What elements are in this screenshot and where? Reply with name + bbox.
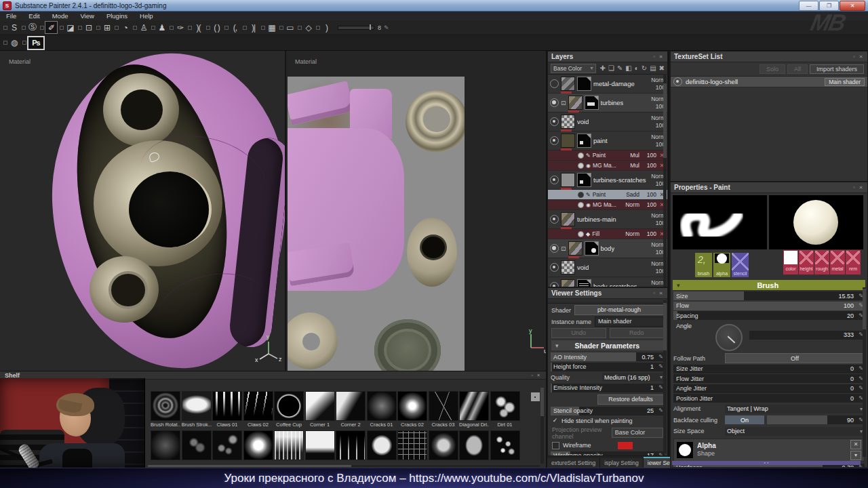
visibility-toggle[interactable]	[550, 263, 559, 272]
param-ao-intensity[interactable]: AO Intensity0.75✎	[551, 352, 665, 361]
tool-expander-icon[interactable]	[78, 26, 82, 30]
shelf-vscrollbar[interactable]	[540, 388, 544, 464]
effect-row-mg-ma-[interactable]: ◉MG Ma...Norm100✕	[548, 200, 667, 210]
layers-scrollbar[interactable]	[663, 74, 667, 287]
tool-expander-icon[interactable]	[243, 26, 247, 30]
checkbox-checked-icon[interactable]: ✓	[552, 418, 558, 424]
visibility-toggle[interactable]	[550, 98, 559, 107]
effect-blend-mode[interactable]: Mul	[622, 162, 639, 169]
param-size[interactable]: Size15.53✎	[673, 291, 865, 300]
param-wireframe-opacity[interactable]: Wireframe opacity17✎	[551, 451, 665, 457]
photoshop-export-button[interactable]: Ps	[22, 35, 45, 51]
tool-expander-icon[interactable]	[224, 26, 229, 30]
effect-blend-mode[interactable]: Sadd	[622, 191, 639, 198]
visibility-toggle[interactable]	[550, 215, 559, 224]
effect-visibility-toggle[interactable]	[578, 192, 584, 198]
panel-window-icons[interactable]: ▫ ×	[653, 290, 664, 296]
viewport-3d[interactable]: Material y x z	[0, 51, 285, 371]
wireframe-color-swatch[interactable]	[618, 442, 633, 449]
param-height-force[interactable]: Height force1✎	[551, 363, 665, 371]
tool-expander-icon[interactable]	[298, 26, 302, 30]
add-effect-icon[interactable]: ✚	[600, 64, 606, 72]
shelf-brush-item[interactable]	[151, 430, 180, 460]
clone-tool[interactable]: ♙	[132, 21, 150, 34]
shelf-brush-dirt-01[interactable]: Dirt 01	[490, 391, 520, 429]
tool-expander-icon[interactable]	[170, 26, 174, 30]
projection-channel-dropdown[interactable]: Base Color	[612, 428, 663, 438]
channel-nrm-button[interactable]: nrm	[846, 250, 861, 274]
brush-section-header[interactable]: ▾ Brush	[673, 280, 865, 290]
shelf-brush-item[interactable]	[429, 430, 458, 460]
shelf-brush-claws-01[interactable]: Claws 01	[212, 391, 242, 429]
checkbox-icon[interactable]	[552, 442, 559, 449]
shelf-brush-cracks-02[interactable]: Cracks 02	[397, 391, 427, 429]
panel-window-icons[interactable]: ▫ ×	[653, 54, 664, 60]
clone-stamp-tool[interactable]: ♟	[151, 21, 168, 34]
material-picker-tool[interactable]: ✑	[169, 21, 186, 34]
channel-metal-button[interactable]: metal	[830, 250, 845, 274]
camera-view-icon[interactable]: ▭	[279, 21, 296, 34]
shelf-brush-corner-2[interactable]: Corner 2	[336, 391, 366, 429]
shelf-brush-brush-rotat-[interactable]: Brush Rotat...	[151, 391, 180, 429]
param-alignment[interactable]: AlignmentTangent | Wrap▾	[673, 404, 865, 414]
tool-expander-icon[interactable]	[22, 41, 26, 45]
shelf-hscrollbar[interactable]	[148, 465, 540, 467]
layer-row-turbines-scratches[interactable]: turbines-scratchesNorm100	[548, 171, 667, 190]
param-stencil-opacity[interactable]: Stencil opacity25✎	[551, 407, 665, 415]
effect-opacity[interactable]: 100	[642, 230, 656, 237]
layer-row-turbines-main[interactable]: turbines-mainNorm100	[548, 210, 667, 229]
properties-hscrollbar[interactable]: ▪ ▪	[672, 461, 861, 465]
effect-row-mg-ma-[interactable]: ◉MG Ma...Mul100✕	[548, 161, 667, 171]
iterate-icon[interactable]: ↻	[642, 64, 647, 72]
add-folder-icon[interactable]: ▤	[650, 64, 656, 72]
visibility-toggle[interactable]	[550, 176, 559, 184]
shelf-brush-diagonal-dri-[interactable]: Diagonal Dri...	[459, 391, 489, 429]
effect-blend-mode[interactable]: Norm	[622, 201, 639, 208]
alpha-mode-button[interactable]: alpha	[713, 253, 730, 277]
shelf-brush-item[interactable]	[336, 430, 366, 460]
param-backface-culling[interactable]: Backface cullingOn90✎	[673, 415, 865, 425]
shelf-brush-cracks-03[interactable]: Cracks 03	[429, 391, 458, 429]
tool-expander-icon[interactable]	[3, 41, 7, 45]
shelf-brush-claws-02[interactable]: Claws 02	[243, 391, 273, 429]
visibility-toggle[interactable]	[550, 244, 559, 253]
textureset-item[interactable]: definitto-logo-shellMain shader	[671, 77, 867, 87]
shelf-brush-coffee-cup[interactable]: Coffee Cup	[274, 391, 304, 429]
param-size-space[interactable]: Size SpaceObject▾	[673, 426, 865, 436]
param-position-jitter[interactable]: Position Jitter0✎	[673, 394, 865, 403]
param-size-jitter[interactable]: Size Jitter0✎	[673, 365, 865, 373]
backface-culling-toggle[interactable]: On	[725, 415, 764, 424]
smart-material-icon[interactable]: Ⓢ	[21, 21, 39, 34]
symmetry-icon[interactable]: ▦	[260, 21, 278, 34]
tool-expander-icon[interactable]	[261, 26, 265, 30]
stencil-mode-button[interactable]: stencil	[732, 253, 749, 277]
eraser-tool[interactable]: ◪	[59, 21, 77, 34]
add-mask-icon[interactable]: ◐	[635, 64, 639, 72]
visibility-toggle[interactable]	[550, 136, 559, 145]
tool-expander-icon[interactable]	[22, 26, 26, 30]
effect-opacity[interactable]: 100	[642, 162, 656, 169]
undo-button[interactable]: Undo	[551, 328, 606, 338]
param-flow[interactable]: Flow100✎	[673, 302, 865, 310]
channel-height-button[interactable]: height	[799, 250, 814, 274]
slider-handle[interactable]	[370, 24, 371, 30]
menu-help[interactable]: Help	[134, 12, 159, 20]
effect-visibility-toggle[interactable]	[578, 152, 584, 159]
tool-expander-icon[interactable]	[3, 26, 7, 30]
layer-row-void[interactable]: voidNorm100	[548, 258, 667, 277]
layer-row-metal-damage[interactable]: metal-damageNorm100	[548, 75, 667, 94]
viewer-settings-header[interactable]: Viewer Settings ▫ ×	[548, 288, 667, 299]
substance-logo-icon[interactable]: S	[3, 21, 20, 34]
title-bar[interactable]: S Substance Painter 2.4.1 - definitto-lo…	[0, 0, 868, 12]
panel-window-icons[interactable]: ▫ ×	[531, 373, 541, 378]
shelf-brush-brush-strok-[interactable]: Brush Strok...	[182, 391, 212, 429]
tool-expander-icon[interactable]	[188, 26, 192, 30]
channel-filter-dropdown[interactable]: Base Color ▾	[551, 64, 596, 73]
textureset-header[interactable]: TextureSet List ▫ ×	[671, 52, 867, 62]
effect-row-paint[interactable]: ✎PaintMul100✕	[548, 150, 667, 161]
tablet-pressure-icon[interactable]: ◍	[3, 37, 20, 49]
add-paint-layer-icon[interactable]: ✎	[617, 64, 623, 72]
layer-row-void[interactable]: voidNorm100	[548, 113, 667, 131]
alpha-remove-button[interactable]: ✕	[850, 440, 861, 449]
brush-mode-button[interactable]: brush	[695, 253, 712, 277]
